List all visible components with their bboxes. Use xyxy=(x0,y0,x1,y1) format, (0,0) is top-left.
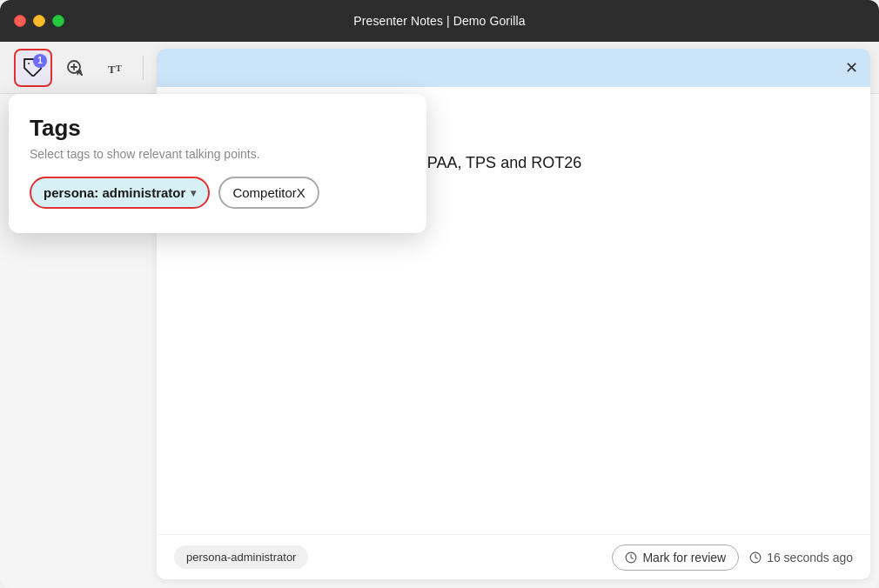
cursor-toolbar-button[interactable] xyxy=(56,49,94,87)
tags-panel-title: Tags xyxy=(30,115,406,142)
compress-icon[interactable]: ✕ xyxy=(845,58,858,77)
cursor-icon xyxy=(64,57,85,78)
window-content: 1 T T ... xyxy=(0,42,879,588)
tags-panel: Tags Select tags to show relevant talkin… xyxy=(9,94,426,233)
footer-timestamp: 16 seconds ago xyxy=(749,551,853,565)
traffic-lights xyxy=(14,15,64,27)
tag-chip-label: persona: administrator xyxy=(44,185,185,200)
tags-panel-subtitle: Select tags to show relevant talking poi… xyxy=(30,147,406,161)
text-size-toolbar-button[interactable]: T T xyxy=(97,49,136,87)
maximize-button[interactable] xyxy=(52,15,64,27)
note-card-footer: persona-administrator Mark for review 16… xyxy=(157,534,870,579)
tag-badge: 1 xyxy=(33,54,47,68)
clock-icon xyxy=(625,551,637,564)
tags-list: persona: administrator ▾ CompetitorX xyxy=(30,177,406,209)
close-button[interactable] xyxy=(14,15,26,27)
tag-chip-persona-administrator[interactable]: persona: administrator ▾ xyxy=(30,177,210,209)
timestamp-label: 16 seconds ago xyxy=(767,551,853,565)
note-card-header: ✕ xyxy=(157,49,870,87)
svg-text:T: T xyxy=(116,63,122,73)
footer-tag: persona-administrator xyxy=(174,545,308,569)
tag-chip-competitorx[interactable]: CompetitorX xyxy=(218,177,319,209)
mark-for-review-button[interactable]: Mark for review xyxy=(612,545,739,571)
tags-toolbar-button[interactable]: 1 xyxy=(14,49,52,87)
svg-text:T: T xyxy=(108,63,116,76)
minimize-button[interactable] xyxy=(33,15,45,27)
tag-chip-label: CompetitorX xyxy=(232,185,305,200)
mark-for-review-label: Mark for review xyxy=(642,551,726,565)
text-size-icon: T T xyxy=(106,57,127,78)
timestamp-clock-icon xyxy=(749,551,762,564)
title-bar: Presenter Notes | Demo Gorilla xyxy=(0,0,879,42)
window-title: Presenter Notes | Demo Gorilla xyxy=(353,14,525,28)
toolbar-divider xyxy=(143,56,144,80)
tag-dropdown-arrow: ▾ xyxy=(191,187,196,199)
